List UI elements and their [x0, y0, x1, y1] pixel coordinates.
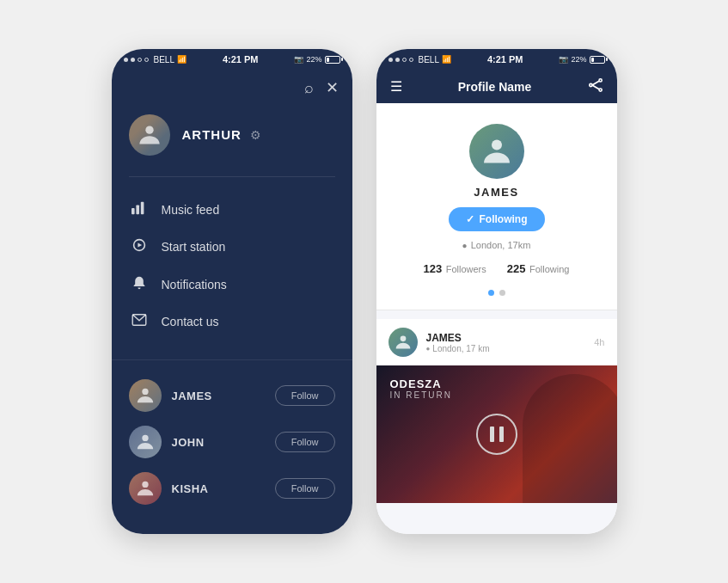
svg-line-14 [592, 85, 599, 89]
menu-phone: BELL 📶 4:21 PM 📷 22% ⌕ ✕ [112, 49, 352, 534]
profile-card: JAMES ✓ Following ● London, 17km 123 Fol… [376, 103, 617, 310]
share-icon[interactable] [588, 78, 603, 95]
p-carrier: BELL [419, 55, 439, 64]
album-card: ODESZA IN RETURN [376, 365, 617, 503]
dot-page-1 [488, 290, 494, 296]
menu-item-contact-us[interactable]: Contact us [112, 304, 352, 339]
menu-items: Music feed Start station [112, 186, 352, 344]
suggested-user-kisha: KISHA Follow [112, 465, 352, 512]
followers-stat: 123 Followers [424, 261, 486, 276]
album-title: ODESZA [390, 377, 452, 390]
profile-avatar [469, 124, 524, 179]
svg-point-16 [400, 336, 406, 342]
feed-time: 4h [594, 337, 604, 347]
svg-marker-5 [138, 243, 142, 248]
status-time-menu: 4:21 PM [223, 54, 259, 64]
suggested-name-james: JAMES [172, 390, 265, 402]
start-station-label: Start station [162, 240, 226, 254]
feed-avatar [388, 328, 418, 357]
notifications-icon [131, 275, 148, 293]
suggested-section: JAMES Follow JOHN Follow [112, 359, 352, 520]
profile-status-right: 📷 22% [559, 55, 604, 64]
music-feed-icon [131, 201, 148, 218]
profile-status-left: BELL 📶 [388, 55, 451, 64]
battery-icon [325, 56, 340, 64]
bt-icon: 📷 [294, 55, 303, 64]
location-text: London, 17km [471, 240, 531, 250]
gear-icon[interactable]: ⚙ [250, 128, 261, 142]
battery-pct: 22% [306, 55, 321, 64]
dot2 [131, 58, 135, 62]
suggested-user-james: JAMES Follow [112, 372, 352, 419]
divider [129, 176, 335, 177]
kisha-avatar-img [129, 472, 162, 505]
follow-button-james[interactable]: Follow [275, 385, 335, 406]
p-dot4 [409, 58, 413, 62]
svg-rect-2 [136, 205, 139, 214]
p-battery-icon [590, 56, 605, 64]
profile-phone: BELL 📶 4:21 PM 📷 22% ☰ Profile Name [376, 49, 617, 534]
following-label: Following [480, 213, 528, 225]
p-wifi-icon: 📶 [442, 55, 451, 64]
suggested-avatar-kisha [129, 472, 162, 505]
john-avatar-img [129, 426, 162, 458]
menu-header: ⌕ ✕ [112, 70, 352, 106]
status-left: BELL 📶 [124, 55, 187, 64]
feed-user-row: JAMES ● London, 17 km 4h [376, 319, 617, 365]
menu-item-notifications[interactable]: Notifications [112, 265, 352, 304]
profile-avatar-img [469, 124, 524, 179]
contact-us-label: Contact us [162, 315, 219, 328]
user-name: ARTHUR [182, 127, 242, 142]
svg-point-0 [145, 126, 153, 134]
close-icon[interactable]: ✕ [326, 78, 339, 97]
suggested-name-john: JOHN [172, 436, 265, 449]
james-avatar-img [129, 379, 162, 412]
status-bar-profile: BELL 📶 4:21 PM 📷 22% [376, 49, 617, 70]
p-battery-fill [591, 58, 594, 62]
profile-screen: ☰ Profile Name [376, 70, 617, 534]
svg-point-11 [589, 83, 591, 86]
svg-point-12 [599, 89, 602, 91]
feed-loc-pin: ● [426, 345, 431, 353]
p-dot1 [388, 58, 393, 62]
svg-point-7 [142, 389, 148, 395]
svg-point-15 [492, 140, 502, 150]
menu-screen: ⌕ ✕ ARTHUR ⚙ [112, 70, 352, 534]
location-pin-icon: ● [462, 241, 468, 250]
status-right: 📷 22% [294, 55, 340, 64]
avatar-image [129, 114, 170, 156]
profile-app-header: ☰ Profile Name [376, 70, 617, 103]
following-button[interactable]: ✓ Following [449, 207, 545, 231]
status-bar-menu: BELL 📶 4:21 PM 📷 22% [112, 49, 352, 70]
profile-name: JAMES [474, 186, 518, 199]
dot3 [138, 58, 142, 62]
profile-status-time: 4:21 PM [487, 54, 523, 64]
svg-line-13 [592, 81, 599, 85]
menu-item-start-station[interactable]: Start station [112, 228, 352, 265]
svg-rect-1 [132, 208, 135, 214]
user-section: ARTHUR ⚙ [112, 106, 352, 176]
music-feed-label: Music feed [162, 203, 220, 217]
svg-rect-3 [140, 202, 144, 214]
suggested-avatar-james [129, 379, 162, 412]
follow-button-john[interactable]: Follow [275, 432, 335, 452]
dot1 [124, 58, 128, 62]
follow-button-kisha[interactable]: Follow [275, 478, 335, 499]
start-station-icon [131, 238, 148, 255]
p-bt-icon: 📷 [559, 55, 568, 64]
feed-avatar-img [388, 328, 418, 357]
p-dot2 [395, 58, 400, 62]
menu-item-music-feed[interactable]: Music feed [112, 191, 352, 228]
hamburger-menu-icon[interactable]: ☰ [390, 78, 402, 95]
check-icon: ✓ [466, 213, 474, 225]
suggested-avatar-john [129, 426, 162, 458]
feed-user-name: JAMES [426, 332, 586, 344]
battery-fill [327, 58, 329, 62]
search-icon[interactable]: ⌕ [304, 79, 314, 97]
stats-row: 123 Followers 225 Following [424, 261, 570, 276]
carrier-label: BELL [154, 55, 174, 64]
notifications-label: Notifications [162, 278, 227, 292]
svg-point-10 [599, 79, 602, 82]
suggested-user-john: JOHN Follow [112, 419, 352, 465]
suggested-name-kisha: KISHA [172, 482, 265, 495]
